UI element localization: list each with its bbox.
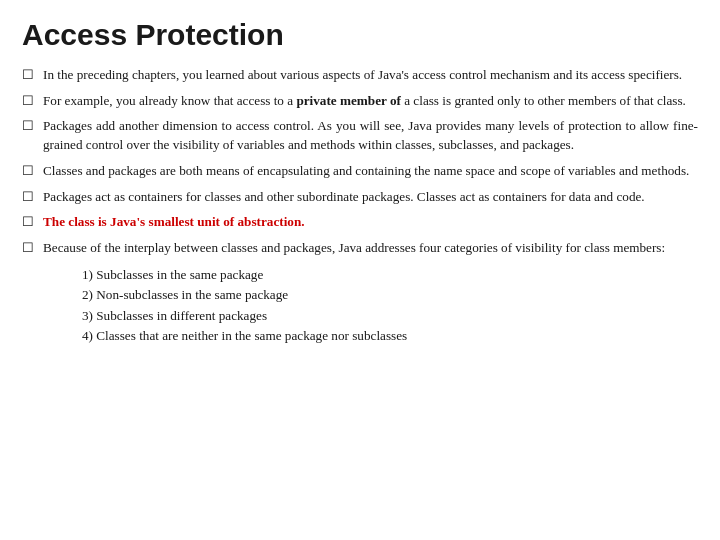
- sub-list-item: 4) Classes that are neither in the same …: [82, 326, 698, 346]
- list-item: ☐ For example, you already know that acc…: [22, 92, 698, 111]
- bullet-marker: ☐: [22, 213, 40, 232]
- sub-list-item: 2) Non-subclasses in the same package: [82, 285, 698, 305]
- list-item: ☐ Classes and packages are both means of…: [22, 162, 698, 181]
- bullet-marker: ☐: [22, 162, 40, 181]
- sub-list-item: 3) Subclasses in different packages: [82, 306, 698, 326]
- bullet-text: In the preceding chapters, you learned a…: [43, 66, 698, 85]
- sub-list-item: 1) Subclasses in the same package: [82, 265, 698, 285]
- bullet-marker: ☐: [22, 117, 40, 136]
- list-item: ☐ The class is Java's smallest unit of a…: [22, 213, 698, 232]
- bullet-text: For example, you already know that acces…: [43, 92, 698, 111]
- list-item: ☐ Because of the interplay between class…: [22, 239, 698, 258]
- bullet-marker: ☐: [22, 92, 40, 111]
- list-item: ☐ Packages add another dimension to acce…: [22, 117, 698, 154]
- bullet-text: Because of the interplay between classes…: [43, 239, 698, 258]
- bold-span: private member of: [296, 93, 401, 108]
- bullet-list: ☐ In the preceding chapters, you learned…: [22, 66, 698, 258]
- sub-list: 1) Subclasses in the same package 2) Non…: [82, 265, 698, 347]
- page-title: Access Protection: [22, 18, 698, 52]
- bullet-text-red: The class is Java's smallest unit of abs…: [43, 213, 698, 232]
- bullet-text: Classes and packages are both means of e…: [43, 162, 698, 181]
- bullet-marker: ☐: [22, 188, 40, 207]
- bullet-text: Packages add another dimension to access…: [43, 117, 698, 154]
- bullet-text: Packages act as containers for classes a…: [43, 188, 698, 207]
- bullet-marker: ☐: [22, 239, 40, 258]
- list-item: ☐ Packages act as containers for classes…: [22, 188, 698, 207]
- bullet-marker: ☐: [22, 66, 40, 85]
- page: Access Protection ☐ In the preceding cha…: [0, 0, 720, 540]
- list-item: ☐ In the preceding chapters, you learned…: [22, 66, 698, 85]
